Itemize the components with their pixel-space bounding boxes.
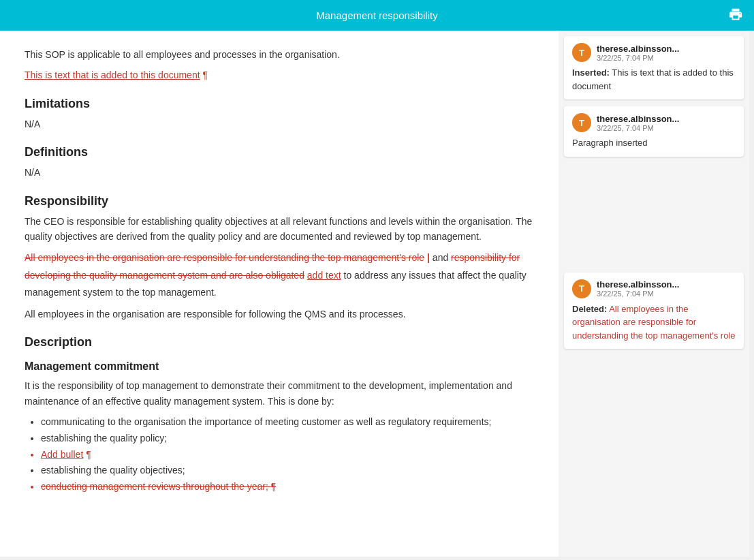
comment-meta-2: therese.albinsson... 3/22/25, 7:04 PM [597,114,679,132]
comment-author-2: therese.albinsson... [597,114,679,124]
comment-text-2: Paragraph inserted [572,138,648,148]
comment-body-2: Paragraph inserted [572,136,736,150]
normal-text-and: and [433,252,448,263]
bullet-item-1: communicating to the organisation the im… [41,414,534,431]
comment-card-2: T therese.albinsson... 3/22/25, 7:04 PM … [564,106,744,157]
mgmt-commitment-heading: Management commitment [25,360,534,373]
description-heading: Description [25,335,534,349]
responsibility-heading: Responsibility [25,194,534,208]
comment-time-2: 3/22/25, 7:04 PM [597,124,679,132]
definitions-heading: Definitions [25,145,534,159]
bullet-item-5-deleted: conducting management reviews throughout… [41,479,534,495]
avatar-2: T [572,113,591,132]
definitions-text: N/A [25,165,534,180]
avatar-3: T [572,279,591,298]
comment-time-3: 3/22/25, 7:04 PM [597,290,679,298]
bullet-item-2: establishing the quality policy; [41,431,534,447]
deleted-bullet-text: conducting management reviews throughout… [41,481,268,492]
comment-author-3: therese.albinsson... [597,279,679,290]
document-title: Management responsibility [316,10,437,21]
deleted-text-1: All employees in the organisation are re… [25,252,424,263]
comments-sidebar: T therese.albinsson... 3/22/25, 7:04 PM … [559,31,749,557]
sidebar-spacer [564,164,744,273]
responsibility-para2: All employees in the organisation are re… [25,307,534,322]
limitations-text: N/A [25,116,534,131]
mgmt-commitment-para: It is the responsibility of top manageme… [25,378,534,409]
comment-header-2: T therese.albinsson... 3/22/25, 7:04 PM [572,113,736,132]
comment-body-1: Inserted: This is text that is added to … [572,66,736,93]
main-layout: This SOP is applicable to all employees … [0,31,754,557]
top-bar: Management responsibility [0,0,754,31]
inserted-text-line: This is text that is added to this docum… [25,67,534,82]
comment-body-3: Deleted: All employees in the organisati… [572,302,736,343]
comment-meta-3: therese.albinsson... 3/22/25, 7:04 PM [597,279,679,298]
bullet-item-4: establishing the quality objectives; [41,463,534,479]
cursor-marker: | [424,252,430,263]
responsibility-para1: The CEO is responsible for establishing … [25,214,534,245]
limitations-heading: Limitations [25,97,534,111]
document-area: This SOP is applicable to all employees … [0,31,559,557]
comment-time-1: 3/22/25, 7:04 PM [597,54,679,62]
para-mark-deleted: ¶ [271,481,277,492]
comment-label-3: Deleted: [572,304,607,314]
avatar-1: T [572,43,591,62]
add-text-span: add text [307,270,341,281]
comment-card-3: T therese.albinsson... 3/22/25, 7:04 PM … [564,273,744,349]
comment-author-1: therese.albinsson... [597,44,679,54]
para-mark-bullet: ¶ [86,449,91,460]
print-icon[interactable] [728,7,743,24]
para-mark-1: ¶ [202,69,208,80]
comment-header-3: T therese.albinsson... 3/22/25, 7:04 PM [572,279,736,298]
responsibility-edited-line: All employees in the organisation are re… [25,249,534,301]
bullet-item-3-inserted: Add bullet ¶ [41,447,534,463]
comment-label-1: Inserted: [572,67,610,78]
intro-text: This SOP is applicable to all employees … [25,47,534,62]
bullet-list: communicating to the organisation the im… [41,414,534,495]
comment-card-1: T therese.albinsson... 3/22/25, 7:04 PM … [564,36,744,99]
comment-meta-1: therese.albinsson... 3/22/25, 7:04 PM [597,44,679,62]
inserted-text-span: This is text that is added to this docum… [25,69,200,80]
comment-header-1: T therese.albinsson... 3/22/25, 7:04 PM [572,43,736,62]
add-bullet-text: Add bullet [41,449,83,460]
